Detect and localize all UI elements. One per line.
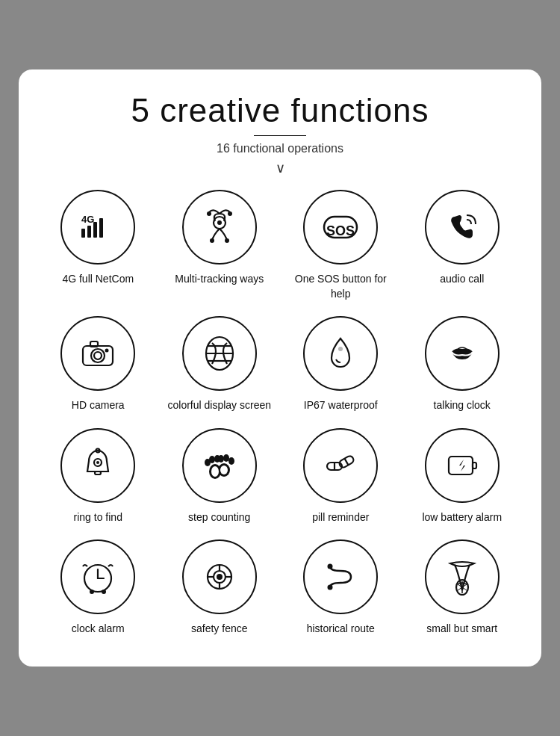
svg-point-7 [228,211,232,216]
chevron-icon: ∨ [34,160,526,176]
svg-text:SOS: SOS [326,223,355,238]
icon-4g-netcom: 4G [60,190,135,265]
svg-point-34 [228,457,234,465]
svg-rect-16 [90,341,98,347]
icon-colorful-display [182,316,257,391]
icon-low-battery-alarm [425,428,500,503]
icon-step-counting [182,428,257,503]
label-hd-camera: HD camera [72,398,125,413]
label-talking-clock: talking clock [434,398,491,413]
label-4g-netcom: 4G full NetCom [62,272,134,287]
svg-point-45 [102,590,106,594]
svg-point-15 [94,352,102,359]
svg-point-33 [223,454,229,462]
feature-clock-alarm: clock alarm [41,539,155,637]
icon-clock-alarm [60,539,135,614]
icon-small-but-smart [425,539,500,614]
icon-hd-camera [60,316,135,391]
sub-title: 16 functional operations [34,142,526,155]
svg-point-44 [90,590,94,594]
label-safety-fence: safety fence [191,622,248,637]
svg-point-22 [338,347,343,351]
label-sos: One SOS button for help [284,272,398,301]
svg-rect-1 [81,229,85,238]
main-card: 5 creative functions 16 functional opera… [19,69,541,667]
label-ring-to-find: ring to find [74,510,122,525]
label-pill-reminder: pill reminder [312,510,369,525]
svg-point-6 [207,211,211,216]
svg-rect-42 [473,463,476,468]
svg-point-54 [328,564,333,569]
label-ip67-waterproof: IP67 waterproof [304,398,378,413]
icon-ip67-waterproof [303,316,378,391]
svg-rect-2 [87,226,91,238]
feature-small-but-smart: small but smart [405,539,520,637]
label-clock-alarm: clock alarm [72,622,125,637]
svg-point-53 [328,585,333,590]
icon-sos: SOS [303,190,378,265]
features-grid: 4G 4G full NetCom [34,190,526,637]
feature-multi-tracking: Multi-tracking ways [163,190,277,301]
svg-point-36 [220,466,228,474]
svg-point-26 [96,461,99,464]
label-historical-route: historical route [307,622,375,637]
svg-point-14 [91,349,105,362]
label-low-battery-alarm: low battery alarm [422,510,502,525]
svg-line-40 [345,458,349,465]
feature-audio-call: audio call [405,190,520,301]
feature-talking-clock: talking clock [405,316,520,413]
feature-colorful-display: colorful display screen [163,316,277,413]
svg-point-9 [225,238,229,243]
feature-low-battery-alarm: low battery alarm [405,428,520,525]
feature-4g-netcom: 4G 4G full NetCom [41,190,155,301]
icon-audio-call [425,190,500,265]
svg-point-48 [217,574,223,580]
feature-ip67-waterproof: IP67 waterproof [284,316,398,413]
svg-point-8 [210,238,214,243]
divider [254,135,306,136]
label-step-counting: step counting [188,510,250,525]
main-title: 5 creative functions [34,92,526,129]
feature-hd-camera: HD camera [41,316,155,413]
feature-step-counting: step counting [163,428,277,525]
svg-point-30 [209,456,215,463]
icon-talking-clock [425,316,500,391]
icon-multi-tracking [182,190,257,265]
feature-historical-route: historical route [284,539,398,637]
svg-point-17 [105,349,109,353]
header: 5 creative functions 16 functional opera… [34,92,526,176]
icon-safety-fence [182,539,257,614]
feature-pill-reminder: pill reminder [284,428,398,525]
svg-rect-23 [95,471,101,474]
svg-text:4G: 4G [81,214,94,225]
label-colorful-display: colorful display screen [167,398,271,413]
svg-point-32 [218,455,224,463]
label-multi-tracking: Multi-tracking ways [175,272,264,287]
label-small-but-smart: small but smart [426,622,497,637]
feature-sos: SOS One SOS button for help [284,190,398,301]
svg-rect-3 [93,222,97,238]
svg-point-35 [211,466,219,477]
svg-point-10 [217,220,222,225]
label-audio-call: audio call [440,272,484,287]
icon-historical-route [303,539,378,614]
feature-safety-fence: safety fence [163,539,277,637]
icon-ring-to-find [60,428,135,503]
feature-ring-to-find: ring to find [41,428,155,525]
svg-rect-4 [99,218,103,238]
icon-pill-reminder [303,428,378,503]
